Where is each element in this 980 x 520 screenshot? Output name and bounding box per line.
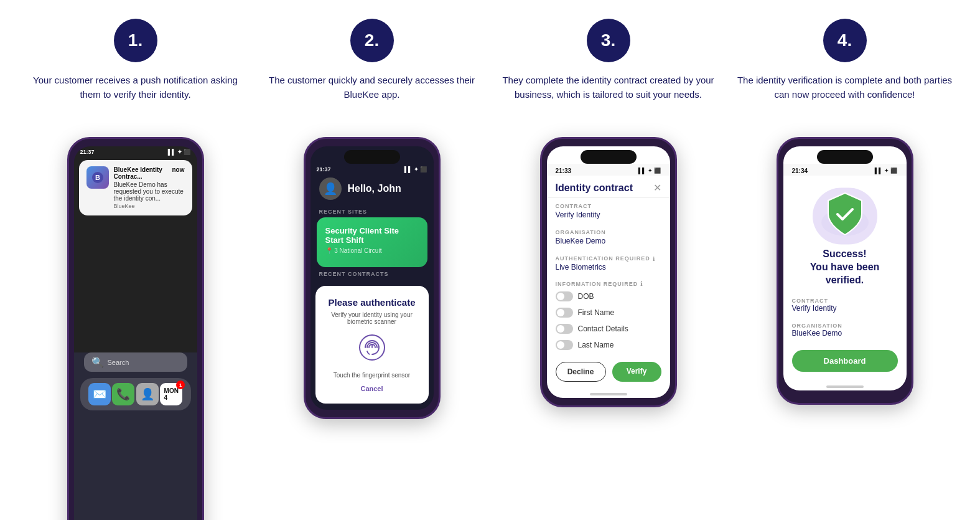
success-org-label: ORGANISATION bbox=[792, 323, 898, 329]
phone-3-screen: 21:33 ▌▌ ✦ ⬛ Identity contract ✕ CONTRAC… bbox=[547, 146, 670, 398]
auth-cancel-btn[interactable]: Cancel bbox=[324, 385, 420, 392]
phone-3-time: 21:33 bbox=[556, 168, 572, 174]
calendar-badge: 1 bbox=[176, 381, 185, 389]
dock-phone[interactable]: 📞 bbox=[112, 383, 134, 405]
auth-modal-subtitle: Verify your identity using your biometri… bbox=[324, 311, 420, 325]
auth-label: AUTHENTICATION REQUIRED bbox=[556, 255, 650, 262]
verify-button[interactable]: Verify bbox=[612, 362, 661, 382]
info-row-firstname: First Name bbox=[547, 305, 670, 321]
step-2-number: 2. bbox=[350, 19, 394, 62]
recent-sites-label: RECENT SITES bbox=[310, 205, 434, 217]
phone-2-status-bar: 21:37 ▌▌ ✦ ⬛ bbox=[310, 164, 434, 173]
contract-header: Identity contract ✕ bbox=[547, 176, 670, 198]
step-1-description: Your customer receives a push notificati… bbox=[24, 73, 248, 123]
notification-title: BlueKee Identity Contrac... now bbox=[114, 166, 185, 180]
phone-4-screen: 21:34 ▌▌ ✦ ⬛ Success!You have be bbox=[783, 146, 907, 390]
contract-label: CONTRACT bbox=[556, 203, 661, 209]
notification-app-icon: B bbox=[86, 166, 109, 189]
step-1-number: 1. bbox=[114, 19, 157, 62]
contract-actions: Decline Verify bbox=[547, 356, 670, 388]
info-row-dob: DOB bbox=[547, 288, 670, 305]
dock-mail[interactable]: ✉️ bbox=[88, 383, 111, 405]
contract-section-contract: CONTRACT Verify Identity bbox=[547, 198, 670, 224]
phone-2-app-content: 👤 Hello, John RECENT SITES Security Clie… bbox=[310, 173, 434, 404]
success-org-value: BlueKee Demo bbox=[792, 329, 898, 338]
recent-contracts-label: RECENT CONTRACTS bbox=[310, 267, 434, 280]
phone-1-status-bar: 21:37 ▌▌ ✦ ⬛ bbox=[74, 146, 197, 155]
notification-card[interactable]: B BlueKee Identity Contrac... now BlueKe… bbox=[79, 160, 192, 215]
contract-value: Verify Identity bbox=[556, 210, 661, 219]
decline-button[interactable]: Decline bbox=[556, 362, 606, 382]
contact-toggle[interactable] bbox=[556, 324, 573, 334]
home-indicator-3 bbox=[590, 393, 627, 395]
phone-1-time: 21:37 bbox=[80, 149, 95, 155]
wallpaper: 🔍 Search ✉️ 📞 👤 MON4 1 bbox=[74, 352, 197, 520]
phone-2-time: 21:37 bbox=[317, 166, 331, 173]
phone-2-signals: ▌▌ ✦ ⬛ bbox=[404, 166, 427, 173]
auth-modal: Please authenticate Verify your identity… bbox=[315, 286, 429, 404]
step-4: 4. The identity verification is complete… bbox=[733, 19, 957, 520]
step-2-description: The customer quickly and securely access… bbox=[260, 73, 484, 123]
auth-modal-title: Please authenticate bbox=[324, 297, 420, 308]
step-4-number: 4. bbox=[823, 19, 867, 62]
contact-label: Contact Details bbox=[578, 324, 628, 333]
home-indicator-4 bbox=[826, 385, 864, 388]
dynamic-island-2 bbox=[344, 150, 400, 164]
greeting: Hello, John bbox=[348, 183, 401, 194]
auth-touch-label: Touch the fingerprint sensor bbox=[324, 372, 420, 379]
success-contract-section: CONTRACT Verify Identity bbox=[792, 295, 898, 315]
search-text: Search bbox=[108, 359, 129, 366]
success-title: Success!You have beenverified. bbox=[810, 248, 880, 286]
org-label: ORGANISATION bbox=[556, 229, 661, 235]
step-4-description: The identity verification is complete an… bbox=[733, 73, 957, 123]
phone-3-frame: 21:33 ▌▌ ✦ ⬛ Identity contract ✕ CONTRAC… bbox=[540, 137, 677, 407]
step-3-description: They complete the identity contract crea… bbox=[497, 73, 721, 123]
dashboard-button[interactable]: Dashboard bbox=[792, 350, 898, 372]
user-avatar: 👤 bbox=[319, 177, 342, 200]
lastname-label: Last Name bbox=[578, 341, 614, 349]
info-required-row: INFORMATION REQUIRED ℹ bbox=[547, 277, 670, 288]
site-card[interactable]: Security Client Site Start Shift 📍 3 Nat… bbox=[317, 217, 427, 267]
org-value: BlueKee Demo bbox=[556, 237, 661, 245]
step-3-number: 3. bbox=[587, 19, 630, 62]
location-icon: 📍 bbox=[325, 247, 333, 254]
lastname-toggle[interactable] bbox=[556, 340, 573, 350]
dock: ✉️ 📞 👤 MON4 1 bbox=[80, 378, 191, 410]
search-icon: 🔍 bbox=[91, 356, 104, 368]
close-button[interactable]: ✕ bbox=[653, 182, 661, 194]
firstname-toggle[interactable] bbox=[556, 308, 573, 318]
phone-4-status-bar: 21:34 ▌▌ ✦ ⬛ bbox=[783, 164, 907, 176]
shield-container bbox=[817, 188, 873, 238]
phone-1-signals: ▌▌ ✦ ⬛ bbox=[168, 149, 191, 155]
phone-4-signals: ▌▌ ✦ ⬛ bbox=[875, 168, 898, 174]
dob-toggle[interactable] bbox=[556, 291, 573, 301]
notification-app-name: BlueKee bbox=[114, 203, 185, 209]
phone-1-frame: 21:37 ▌▌ ✦ ⬛ B BlueKee Identity Contrac.… bbox=[67, 137, 204, 520]
shield-icon bbox=[817, 188, 873, 241]
contract-section-auth: AUTHENTICATION REQUIRED ℹ Live Biometric… bbox=[547, 250, 670, 277]
step-1: 1. Your customer receives a push notific… bbox=[24, 19, 248, 520]
app-header: 👤 Hello, John bbox=[310, 173, 434, 205]
fingerprint-icon bbox=[324, 334, 420, 367]
dock-contacts[interactable]: 👤 bbox=[136, 383, 159, 405]
info-icon: ℹ bbox=[640, 280, 643, 287]
dock-calendar[interactable]: MON4 1 bbox=[160, 383, 182, 405]
success-contract-value: Verify Identity bbox=[792, 304, 898, 313]
notification-body: BlueKee Demo has requested you to execut… bbox=[114, 181, 185, 202]
success-contract-label: CONTRACT bbox=[792, 298, 898, 304]
search-bar[interactable]: 🔍 Search bbox=[84, 352, 187, 372]
phone-2-frame: 21:37 ▌▌ ✦ ⬛ 👤 Hello, John RECENT SITES … bbox=[304, 137, 441, 419]
steps-container: 1. Your customer receives a push notific… bbox=[12, 19, 968, 520]
phone-3-status-bar: 21:33 ▌▌ ✦ ⬛ bbox=[547, 164, 670, 176]
info-row-contact: Contact Details bbox=[547, 321, 670, 337]
step-3: 3. They complete the identity contract c… bbox=[497, 19, 721, 520]
info-row-lastname: Last Name bbox=[547, 337, 670, 353]
phone-3-signals: ▌▌ ✦ ⬛ bbox=[638, 168, 661, 174]
success-org-section: ORGANISATION BlueKee Demo bbox=[792, 320, 898, 340]
info-required-label: INFORMATION REQUIRED bbox=[556, 281, 638, 287]
phone-4-frame: 21:34 ▌▌ ✦ ⬛ Success!You have be bbox=[777, 137, 913, 405]
site-card-subtitle: 📍 3 National Circuit bbox=[325, 247, 419, 254]
svg-text:B: B bbox=[95, 174, 100, 181]
dynamic-island-3 bbox=[581, 150, 637, 164]
step-2: 2. The customer quickly and securely acc… bbox=[260, 19, 484, 520]
